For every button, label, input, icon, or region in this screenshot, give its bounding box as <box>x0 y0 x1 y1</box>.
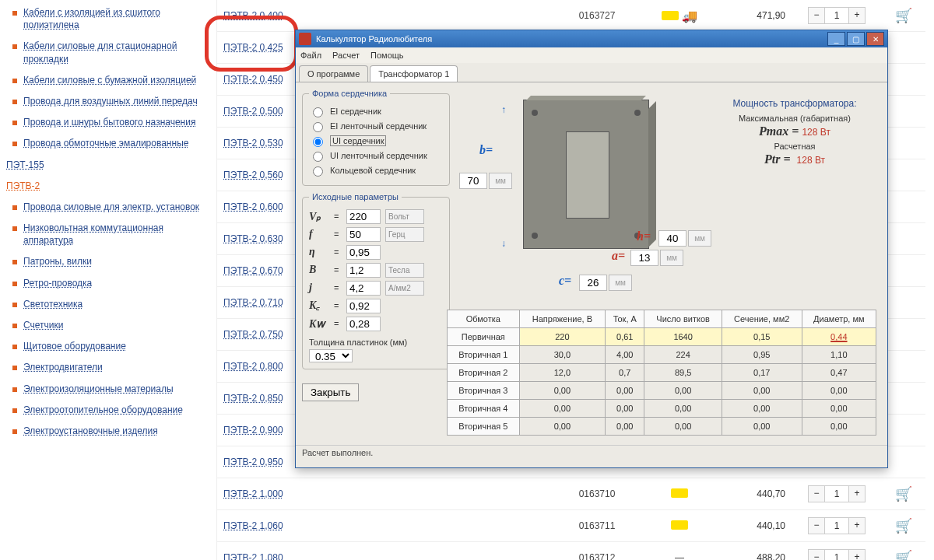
product-code: 0163711 <box>552 510 642 542</box>
param-input[interactable] <box>346 281 381 296</box>
maximize-button[interactable]: ▢ <box>847 32 865 46</box>
param-input[interactable] <box>346 299 381 313</box>
product-link[interactable]: ПЭТВ-2 0,850 <box>223 393 283 404</box>
tab-about[interactable]: О программе <box>299 65 368 82</box>
sidebar-category[interactable]: Электроизоляционные материалы <box>23 383 174 395</box>
param-input[interactable] <box>346 227 381 242</box>
product-link[interactable]: ПЭТВ-2 1,080 <box>223 552 283 560</box>
sidebar-link[interactable]: Провода для воздушных линий передач <box>23 95 198 107</box>
product-link[interactable]: ПЭТВ-2 0,950 <box>223 457 283 467</box>
winding-turns: 0,00 <box>644 382 722 400</box>
core-radio[interactable]: EI сердечник <box>309 105 443 117</box>
menu-file[interactable]: Файл <box>300 51 321 60</box>
product-link[interactable]: ПЭТВ-2 0,600 <box>223 201 283 212</box>
sidebar-category[interactable]: Электроустановочные изделия <box>23 425 158 437</box>
sidebar-category[interactable]: Патроны, вилки <box>23 255 92 268</box>
thickness-select[interactable]: 0.35 <box>309 349 353 362</box>
sidebar-link[interactable]: Кабели силовые с бумажной изоляцией <box>23 74 196 86</box>
winding-diameter: 0,44 <box>802 328 876 346</box>
product-link[interactable]: ПЭТВ-2 0,560 <box>223 170 283 180</box>
product-link[interactable]: ПЭТВ-2 1,000 <box>223 488 283 499</box>
sidebar-category[interactable]: Счетчики <box>23 319 63 331</box>
close-calc-button[interactable]: Закрыть <box>302 383 359 401</box>
qty-plus[interactable]: + <box>848 485 866 502</box>
cart-icon[interactable]: 🛒 <box>895 550 912 560</box>
qty-minus[interactable]: − <box>808 517 825 534</box>
dim-c-input[interactable] <box>579 275 607 291</box>
cart-icon[interactable]: 🛒 <box>895 8 912 23</box>
sidebar-link[interactable]: Кабели силовые для стационарной прокладк… <box>23 40 209 65</box>
core-diagram <box>523 100 649 249</box>
menu-help[interactable]: Помощь <box>370 51 404 60</box>
product-link[interactable]: ПЭТВ-2 0,630 <box>223 233 283 244</box>
sidebar-sublink[interactable]: ПЭТВ-2 <box>6 180 40 192</box>
qty-minus[interactable]: − <box>808 485 825 502</box>
qty-plus[interactable]: + <box>848 549 866 560</box>
core-shape-group: Форма сердечника EI сердечник EI ленточн… <box>302 89 450 186</box>
param-input[interactable] <box>346 209 381 224</box>
sidebar-link[interactable]: Кабели с изоляцией из сшитого полиэтилен… <box>23 6 209 31</box>
qty-value[interactable]: 1 <box>825 549 848 560</box>
product-link[interactable]: ПЭТВ-2 0,800 <box>223 361 283 372</box>
param-unit <box>385 263 424 278</box>
stock-icon <box>662 11 679 20</box>
minimize-button[interactable]: _ <box>827 32 845 46</box>
product-price: 440,70 <box>717 478 792 510</box>
param-symbol: η <box>309 246 329 258</box>
menu-calc[interactable]: Расчет <box>332 51 360 60</box>
winding-voltage: 0,00 <box>519 382 605 400</box>
dim-a-input[interactable] <box>630 250 658 266</box>
param-input[interactable] <box>346 263 381 278</box>
product-link[interactable]: ПЭТВ-2 0,710 <box>223 297 283 308</box>
sidebar-link[interactable]: Провода обмоточные эмалированные <box>23 137 188 149</box>
winding-name: Вторичная 4 <box>448 400 520 418</box>
sidebar-category[interactable]: Электроотопительное оборудование <box>23 404 183 416</box>
product-link[interactable]: ПЭТВ-2 0,450 <box>223 74 283 85</box>
dim-b-input[interactable] <box>459 173 487 189</box>
sidebar-sublink[interactable]: ПЭТ-155 <box>6 159 44 171</box>
dim-h-input[interactable] <box>658 230 686 247</box>
qty-minus[interactable]: − <box>808 7 825 24</box>
product-link[interactable]: ПЭТВ-2 0,500 <box>223 106 283 117</box>
winding-current: 0,7 <box>606 364 644 382</box>
cart-icon[interactable]: 🛒 <box>895 486 912 502</box>
qty-value[interactable]: 1 <box>825 485 848 502</box>
core-radio[interactable]: UI ленточный сердечник <box>309 149 443 162</box>
param-input[interactable] <box>346 317 381 331</box>
qty-value[interactable]: 1 <box>825 517 848 534</box>
sidebar-category[interactable]: Светотехника <box>23 298 83 310</box>
close-button[interactable]: ✕ <box>866 32 884 46</box>
qty-plus[interactable]: + <box>848 517 866 534</box>
product-link[interactable]: ПЭТВ-2 0,750 <box>223 329 283 340</box>
winding-current: 0,61 <box>606 328 644 346</box>
sidebar-category[interactable]: Щитовое оборудование <box>23 340 126 352</box>
col-header: Обмотка <box>448 310 520 328</box>
winding-section: 0,00 <box>722 382 802 400</box>
core-radio[interactable]: EI ленточный сердечник <box>309 120 443 132</box>
product-link[interactable]: ПЭТВ-2 0,900 <box>223 425 283 436</box>
product-link[interactable]: ПЭТВ-2 0,530 <box>223 138 283 149</box>
sidebar-category[interactable]: Ретро-проводка <box>23 277 92 289</box>
qty-minus[interactable]: − <box>808 549 825 560</box>
winding-turns: 224 <box>644 346 722 364</box>
sidebar-category[interactable]: Электродвигатели <box>23 361 103 373</box>
product-link[interactable]: ПЭТВ-2 0,670 <box>223 265 283 276</box>
menubar: Файл Расчет Помощь <box>296 47 887 63</box>
sidebar-link[interactable]: Провода и шнуры бытового назначения <box>23 116 195 128</box>
winding-voltage: 30,0 <box>519 346 605 364</box>
dim-c-label: c= <box>559 274 571 288</box>
winding-name: Вторичная 1 <box>448 346 520 364</box>
param-input[interactable] <box>346 245 381 260</box>
tab-transformer[interactable]: Трансформатор 1 <box>370 65 458 82</box>
winding-section: 0,00 <box>722 418 802 436</box>
windings-table: ОбмоткаНапряжение, ВТок, АЧисло витковСе… <box>447 310 876 436</box>
core-radio[interactable]: UI сердечник <box>309 135 443 147</box>
winding-section: 0,95 <box>722 346 802 364</box>
sidebar-link[interactable]: Провода силовые для электр. установок <box>23 201 199 213</box>
product-link[interactable]: ПЭТВ-2 1,060 <box>223 520 283 531</box>
qty-plus[interactable]: + <box>848 7 866 24</box>
sidebar-category[interactable]: Низковольтная коммутационная аппаратура <box>23 222 209 247</box>
core-radio[interactable]: Кольцевой сердечник <box>309 164 443 177</box>
cart-icon[interactable]: 🛒 <box>895 518 912 534</box>
qty-value[interactable]: 1 <box>825 7 848 24</box>
